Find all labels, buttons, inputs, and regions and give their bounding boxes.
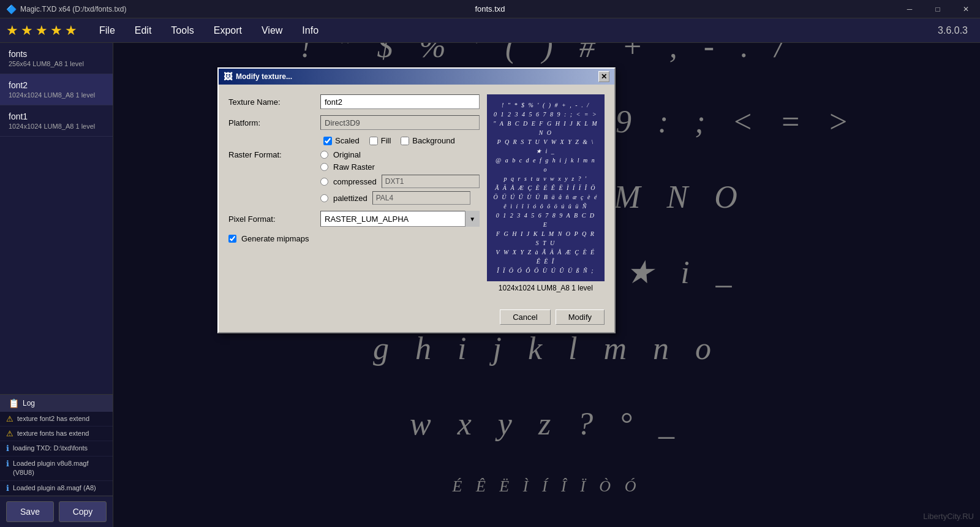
window-controls: ─ □ ✕ [895,0,980,18]
log-entry-4: ℹ Loaded plugin a8.magf (A8) [0,481,113,496]
menu-view[interactable]: View [252,21,292,40]
fill-checkbox-label[interactable]: Fill [369,136,391,145]
sidebar-item-font2[interactable]: font2 1024x1024 LUM8_A8 1 level [0,74,113,105]
texture-name-input[interactable] [320,94,480,109]
log-text-2: loading TXD: D:\txd\fonts [13,444,88,453]
scaled-checkbox-label[interactable]: Scaled [323,136,360,145]
info-icon-2: ℹ [6,444,9,453]
scaled-checkbox[interactable] [323,137,332,145]
log-text-4: Loaded plugin a8.magf (A8) [13,483,96,493]
sidebar: fonts 256x64 LUM8_A8 1 level font2 1024x… [0,43,113,527]
raster-options: Original Raw Raster [314,150,480,205]
maximize-button[interactable]: □ [924,0,952,18]
action-buttons: Save Copy [0,496,113,527]
raster-original-row: Original [320,150,480,159]
close-button[interactable]: ✕ [952,0,980,18]
modal-title-label: Modify texture... [236,72,292,81]
scaled-label: Scaled [335,136,360,145]
raster-palettized-row: palettized [320,191,480,205]
title-icon: 🔷 [6,4,17,14]
log-text-1: texture fonts has extend [17,429,89,438]
sidebar-font1-name: font1 [9,112,104,121]
raster-original-label: Original [333,150,361,159]
raster-format-label: Raster Format: [228,150,314,159]
background-label: Background [412,136,454,145]
star-4: ★ [50,23,62,39]
background-checkbox-label[interactable]: Background [401,136,454,145]
cancel-button[interactable]: Cancel [500,309,550,325]
modify-button[interactable]: Modify [556,309,605,325]
raster-palettized-radio[interactable] [320,194,328,202]
fill-checkbox[interactable] [369,137,378,145]
sidebar-font2-name: font2 [9,80,104,90]
raster-compressed-input [382,175,480,188]
preview-chars-modal: ! " * $ % ' ( ) # + , - . / 0 1 2 3 4 5 … [493,100,598,275]
log-panel: 📋 Log ⚠ texture font2 has extend ⚠ textu… [0,394,113,527]
modal-body: Texture Name: Platform: [219,85,614,305]
preview-info: 1024x1024 LUM8_A8 1 level [487,281,605,295]
texture-name-label: Texture Name: [228,97,314,107]
menubar: ★ ★ ★ ★ ★ File Edit Tools Export View In… [0,18,980,43]
log-tab[interactable]: 📋 Log [0,395,113,412]
sidebar-font1-detail: 1024x1024 LUM8_A8 1 level [9,123,104,130]
menu-info[interactable]: Info [292,21,328,40]
raster-raw-row: Raw Raster [320,162,480,172]
info-icon-4: ℹ [6,483,9,493]
raster-format-section: Raster Format: Original [228,150,480,205]
raster-compressed-row: compressed [320,175,480,188]
modal-preview-section: ! " * $ % ' ( ) # + , - . / 0 1 2 3 4 5 … [487,94,605,295]
sidebar-font2-detail: 1024x1024 LUM8_A8 1 level [9,91,104,99]
version-label: 3.6.0.3 [938,25,968,36]
menu-file[interactable]: File [89,21,125,40]
checkboxes-row: Scaled Fill Background [228,136,480,145]
log-entry-3: ℹ Loaded plugin v8u8.magf (V8U8) [0,457,113,481]
sidebar-item-fonts[interactable]: fonts 256x64 LUM8_A8 1 level [0,43,113,74]
menu-export[interactable]: Export [204,21,252,40]
modal-close-button[interactable]: ✕ [598,71,609,82]
log-entry-1: ⚠ texture fonts has extend [0,427,113,441]
modal-titlebar: 🖼 Modify texture... ✕ [219,69,614,85]
minimize-button[interactable]: ─ [895,0,924,18]
warn-icon-1: ⚠ [6,429,13,438]
main-layout: fonts 256x64 LUM8_A8 1 level font2 1024x… [0,43,980,527]
log-entry-0: ⚠ texture font2 has extend [0,412,113,427]
log-entry-2: ℹ loading TXD: D:\txd\fonts [0,441,113,456]
titlebar: 🔷 Magic.TXD x64 (D:/txd/fonts.txd) fonts… [0,0,980,18]
titlebar-label: Magic.TXD x64 (D:/txd/fonts.txd) [20,5,126,13]
modal-footer: Cancel Modify [219,305,614,332]
generate-mipmaps-row: Generate mipmaps [228,234,480,243]
raster-raw-radio[interactable] [320,163,328,171]
pixel-format-select[interactable]: RASTER_LUM_ALPHA [320,211,480,227]
modal-title-left: 🖼 Modify texture... [224,72,292,82]
modal-title-icon: 🖼 [224,72,232,82]
save-button[interactable]: Save [6,501,54,522]
platform-row: Platform: [228,115,480,130]
background-checkbox[interactable] [401,137,409,145]
stars: ★ ★ ★ ★ ★ [6,23,77,39]
texture-name-row: Texture Name: [228,94,480,109]
raster-original-radio[interactable] [320,151,328,159]
preview-area: ! " * $ % ' ( ) # + , - . / 0 1 2 3 4 5 … [487,94,605,281]
log-tab-icon: 📋 [9,398,19,408]
log-text-0: texture font2 has extend [17,414,89,423]
log-tab-label: Log [23,399,35,408]
modal-overlay: 🖼 Modify texture... ✕ Texture Name: [113,43,980,527]
menu-edit[interactable]: Edit [125,21,162,40]
generate-mipmaps-checkbox[interactable] [228,235,236,243]
fill-label: Fill [381,136,391,145]
copy-button[interactable]: Copy [59,501,107,522]
star-1: ★ [6,23,18,39]
sidebar-fonts-detail: 256x64 LUM8_A8 1 level [9,60,104,67]
warn-icon-0: ⚠ [6,414,13,423]
star-3: ★ [36,23,48,39]
info-icon-3: ℹ [6,459,9,468]
modal-dialog: 🖼 Modify texture... ✕ Texture Name: [217,67,616,333]
pixel-format-row: Pixel Format: RASTER_LUM_ALPHA ▼ [228,211,480,227]
raster-compressed-radio[interactable] [320,178,328,186]
modal-form: Texture Name: Platform: [228,94,480,295]
raster-palettized-input [372,191,470,205]
star-5: ★ [65,23,77,39]
menu-tools[interactable]: Tools [161,21,203,40]
sidebar-item-font1[interactable]: font1 1024x1024 LUM8_A8 1 level [0,105,113,137]
content-area: ! " $ % ' ( ) # + , - . / 0 1 2 3 4 5 6 … [113,43,980,527]
